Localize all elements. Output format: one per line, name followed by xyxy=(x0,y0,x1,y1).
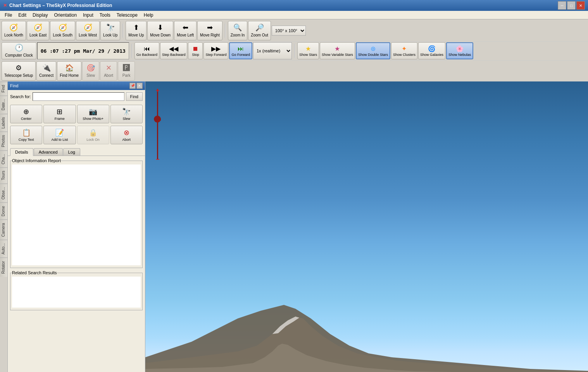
add-to-list-button[interactable]: 📝 Add to List xyxy=(43,126,76,144)
menu-help[interactable]: Help xyxy=(141,12,157,19)
look-east-button[interactable]: 🧭 Look East xyxy=(27,21,49,40)
restore-button[interactable]: □ xyxy=(567,1,576,10)
go-backward-icon: ⏮ xyxy=(144,45,150,52)
find-home-button[interactable]: 🏠 Find Home xyxy=(57,61,81,81)
menu-input[interactable]: Input xyxy=(80,12,97,19)
center-icon: ⊕ xyxy=(23,107,29,116)
menu-tools[interactable]: Tools xyxy=(97,12,114,19)
fov-select[interactable]: 100° x 100° xyxy=(272,26,306,36)
lock-on-button[interactable]: 🔒 Lock On xyxy=(77,126,109,144)
abort-find-button[interactable]: ⊗ Abort xyxy=(110,126,143,144)
side-tab-date[interactable]: Date... xyxy=(0,95,7,113)
tab-details[interactable]: Details xyxy=(10,148,33,156)
telescope-setup-button[interactable]: ⚙ Telescope Setup xyxy=(2,61,36,81)
show-double-stars-button[interactable]: ⊛ Show Double Stars xyxy=(356,42,390,59)
show-clusters-icon: ✦ xyxy=(402,45,407,52)
copy-text-icon: 📋 xyxy=(22,128,31,137)
find-panel: Find 📌 ✕ Search for: Find ⊕ Center ⊞ Fra… xyxy=(8,81,145,372)
step-forward-button[interactable]: ▶▶ Step Forward xyxy=(203,42,228,59)
menu-display[interactable]: Display xyxy=(29,12,51,19)
abort-button[interactable]: ✕ Abort xyxy=(100,61,117,81)
main-layout: Find Date... Labels Photos Cha... Tours … xyxy=(0,81,588,372)
stop-button[interactable]: ⏹ Stop xyxy=(188,42,203,59)
frame-button[interactable]: ⊞ Frame xyxy=(43,105,76,123)
park-button[interactable]: 🅿 Park xyxy=(118,61,135,81)
detail-content: Object Information Report Related Search… xyxy=(8,156,145,372)
show-clusters-button[interactable]: ✦ Show Clusters xyxy=(391,42,417,59)
search-row: Search for: Find xyxy=(8,90,145,103)
rate-select[interactable]: 1x (realtime) xyxy=(253,42,292,59)
move-up-button[interactable]: ⬆ Move Up xyxy=(126,21,147,40)
crosshair-circle xyxy=(154,116,161,123)
show-photo-button[interactable]: 📷 Show Photo+ xyxy=(77,105,109,123)
side-tab-auto[interactable]: Auto... xyxy=(0,240,7,258)
move-left-button[interactable]: ⬅ Move Left xyxy=(174,21,197,40)
show-galaxies-icon: 🌀 xyxy=(428,45,436,52)
center-button[interactable]: ⊕ Center xyxy=(10,105,42,123)
move-right-button[interactable]: ➡ Move Right xyxy=(197,21,222,40)
close-button[interactable]: ✕ xyxy=(576,1,585,10)
move-down-icon: ⬇ xyxy=(157,24,163,32)
fov-dropdown[interactable]: 100° x 100° xyxy=(272,26,306,36)
zoom-out-button[interactable]: 🔎 Zoom Out xyxy=(248,21,271,40)
look-up-button[interactable]: 🔭 Look Up xyxy=(100,21,120,40)
copy-text-button[interactable]: 📋 Copy Text xyxy=(10,126,42,144)
show-variable-stars-button[interactable]: ★ Show Variable Stars xyxy=(320,42,355,59)
side-tab-cha[interactable]: Cha... xyxy=(0,151,7,168)
side-tab-dome[interactable]: Dome xyxy=(0,202,7,220)
side-tab-photos[interactable]: Photos xyxy=(0,131,7,150)
separator-4 xyxy=(294,44,295,58)
show-galaxies-button[interactable]: 🌀 Show Galaxies xyxy=(418,42,445,59)
lock-on-icon: 🔒 xyxy=(89,128,97,137)
look-west-button[interactable]: 🧭 Look West xyxy=(76,21,100,40)
show-nebulas-button[interactable]: 🌸 Show Nebulas xyxy=(446,42,473,59)
abort-find-icon: ⊗ xyxy=(124,128,129,137)
look-west-icon: 🧭 xyxy=(84,24,92,32)
panel-close-button[interactable]: ✕ xyxy=(136,83,143,89)
look-north-button[interactable]: 🧭 Look North xyxy=(2,21,26,40)
related-results-textarea[interactable] xyxy=(12,277,141,308)
step-backward-button[interactable]: ◀◀ Step Backward xyxy=(160,42,188,59)
window-controls: ─ □ ✕ xyxy=(558,1,585,10)
move-down-button[interactable]: ⬇ Move Down xyxy=(147,21,173,40)
go-backward-button[interactable]: ⏮ Go Backward xyxy=(134,42,159,59)
panel-pin-button[interactable]: 📌 xyxy=(129,83,136,89)
side-tab-obse[interactable]: Obse... xyxy=(0,183,7,202)
menu-telescope[interactable]: Telescope xyxy=(114,12,141,19)
look-south-button[interactable]: 🧭 Look South xyxy=(50,21,75,40)
step-backward-icon: ◀◀ xyxy=(169,45,178,52)
show-stars-icon: ★ xyxy=(305,45,311,52)
side-tab-labels[interactable]: Labels xyxy=(0,114,7,131)
tab-log[interactable]: Log xyxy=(63,148,80,156)
side-tab-tours[interactable]: Tours xyxy=(0,167,7,183)
connect-button[interactable]: 🔌 Connect xyxy=(36,61,56,81)
menu-orientation[interactable]: Orientation xyxy=(51,12,80,19)
side-tab-find[interactable]: Find xyxy=(0,81,7,95)
panel-controls: 📌 ✕ xyxy=(129,83,143,89)
sky-view[interactable]: + − xyxy=(145,81,588,372)
slew-icon: 🎯 xyxy=(86,64,95,73)
find-action-buttons-row1: ⊕ Center ⊞ Frame 📷 Show Photo+ 🔭 Slew xyxy=(8,103,145,125)
slew-find-button[interactable]: 🔭 Slew xyxy=(110,105,143,123)
menu-file[interactable]: File xyxy=(2,12,15,19)
menu-edit[interactable]: Edit xyxy=(15,12,29,19)
telescope-setup-icon: ⚙ xyxy=(16,64,22,73)
object-info-textarea[interactable] xyxy=(12,164,141,265)
minimize-button[interactable]: ─ xyxy=(558,1,566,10)
find-button[interactable]: Find xyxy=(126,92,143,101)
toolbar-time: 🕐 Computer Clock 06 :07 :27 pm Mar/ 29 /… xyxy=(0,42,588,60)
crosshair: + − xyxy=(155,89,158,159)
show-photo-icon: 📷 xyxy=(89,107,97,116)
zoom-in-button[interactable]: 🔍 Zoom In xyxy=(228,21,248,40)
move-left-icon: ⬅ xyxy=(183,24,188,32)
toolbar-telescope: ⚙ Telescope Setup 🔌 Connect 🏠 Find Home … xyxy=(0,60,588,81)
look-up-icon: 🔭 xyxy=(106,24,115,32)
slew-button[interactable]: 🎯 Slew xyxy=(82,61,99,81)
tab-advanced[interactable]: Advanced xyxy=(34,148,63,156)
computer-clock-button[interactable]: 🕐 Computer Clock xyxy=(2,42,36,59)
show-stars-button[interactable]: ★ Show Stars xyxy=(297,42,319,59)
go-forward-button[interactable]: ⏭ Go Forward xyxy=(229,42,252,59)
side-tab-camera[interactable]: Camera xyxy=(0,220,7,240)
side-tab-rotator[interactable]: Rotator xyxy=(0,258,7,277)
search-input[interactable] xyxy=(33,92,124,101)
